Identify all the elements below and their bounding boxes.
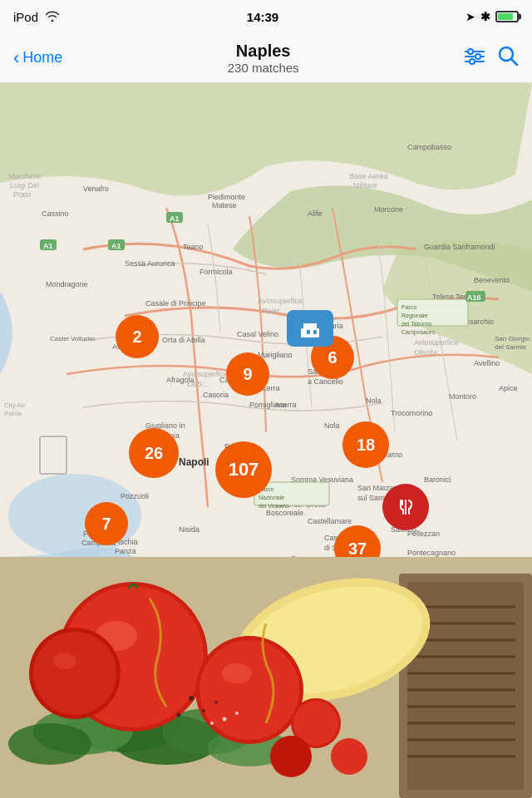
nav-title-block: Naples 230 matches xyxy=(228,42,299,75)
marker-hotel[interactable] xyxy=(287,310,333,347)
svg-text:A1: A1 xyxy=(170,214,180,223)
svg-text:Aviosuperfice: Aviosuperfice xyxy=(258,297,303,305)
svg-text:Castellamare: Castellamare xyxy=(308,517,352,525)
svg-text:Montoro: Montoro xyxy=(449,392,476,401)
marker-2[interactable]: 2 xyxy=(116,315,159,358)
svg-text:Trocomorino: Trocomorino xyxy=(391,409,432,417)
svg-text:Prato: Prato xyxy=(13,190,32,199)
svg-point-147 xyxy=(189,696,194,701)
back-label[interactable]: Home xyxy=(22,49,62,66)
svg-text:Olivola: Olivola xyxy=(414,348,437,357)
svg-text:Matese: Matese xyxy=(212,201,237,209)
svg-text:Alife: Alife xyxy=(308,209,323,218)
svg-text:Parco: Parco xyxy=(401,304,416,310)
status-bar: iPod 14:39 ➤ ✱ xyxy=(0,0,532,33)
svg-text:Benevento: Benevento xyxy=(474,276,510,284)
search-icon[interactable] xyxy=(497,45,519,71)
svg-text:Pontecagnano: Pontecagnano xyxy=(407,549,456,557)
svg-point-153 xyxy=(210,722,214,725)
match-count: 230 matches xyxy=(228,61,299,75)
svg-text:Luigi Del: Luigi Del xyxy=(10,181,39,190)
svg-text:Campobasso: Campobasso xyxy=(407,143,451,151)
svg-text:Mondragone: Mondragone xyxy=(46,280,88,288)
marker-9[interactable]: 9 xyxy=(226,352,269,396)
svg-text:Guardia Sanframondi: Guardia Sanframondi xyxy=(424,243,495,251)
svg-text:Panza: Panza xyxy=(115,547,136,555)
svg-text:Aviosuperfice: Aviosuperfice xyxy=(414,338,459,347)
svg-point-3 xyxy=(468,49,473,54)
svg-text:del Taburno: del Taburno xyxy=(401,321,432,327)
page-title: Naples xyxy=(228,42,299,61)
svg-point-132 xyxy=(8,723,91,765)
marker-restaurant[interactable] xyxy=(382,484,429,530)
svg-text:Nola: Nola xyxy=(366,397,382,405)
svg-text:Regionale: Regionale xyxy=(401,313,428,319)
svg-text:A16: A16 xyxy=(467,293,481,302)
svg-point-4 xyxy=(475,54,480,59)
marker-18[interactable]: 18 xyxy=(342,421,389,468)
svg-text:Morcone: Morcone xyxy=(374,205,403,214)
svg-point-145 xyxy=(270,736,312,777)
svg-text:A1: A1 xyxy=(111,242,121,250)
marker-26[interactable]: 26 xyxy=(129,428,179,478)
svg-point-150 xyxy=(214,701,218,704)
svg-text:Pozzuoli: Pozzuoli xyxy=(121,492,149,500)
svg-point-139 xyxy=(222,663,252,683)
svg-text:Camposauro: Camposauro xyxy=(401,329,435,336)
svg-text:Nisida: Nisida xyxy=(179,525,200,534)
nav-bar: ‹ Home Naples 230 matches xyxy=(0,33,532,83)
svg-text:Piedimonte: Piedimonte xyxy=(208,193,245,201)
filter-icon[interactable] xyxy=(464,47,485,69)
svg-text:del Sannio: del Sannio xyxy=(495,343,526,351)
wifi-icon xyxy=(45,10,60,24)
svg-point-149 xyxy=(177,713,181,717)
map-view[interactable]: Mondragone Castel Volturno Casale di Pri… xyxy=(0,83,532,557)
bluetooth-icon: ✱ xyxy=(480,10,490,23)
svg-point-151 xyxy=(223,717,227,722)
svg-text:Patria: Patria xyxy=(4,410,22,417)
svg-rect-111 xyxy=(313,330,317,334)
svg-text:La S...: La S... xyxy=(187,380,209,388)
food-section[interactable] xyxy=(0,557,532,798)
marker-107[interactable]: 107 xyxy=(215,441,272,498)
svg-text:Orta di Atella: Orta di Atella xyxy=(162,336,205,344)
svg-text:Raier...: Raier... xyxy=(262,307,286,315)
svg-rect-109 xyxy=(303,323,317,330)
svg-text:Avellino: Avellino xyxy=(474,359,500,367)
svg-point-142 xyxy=(53,653,76,669)
svg-text:Boscoreale: Boscoreale xyxy=(266,509,303,517)
svg-text:a Cancello: a Cancello xyxy=(308,377,343,386)
svg-text:Nazionale: Nazionale xyxy=(259,495,284,500)
svg-rect-110 xyxy=(307,330,310,334)
svg-point-148 xyxy=(202,709,205,712)
svg-text:Venafro: Venafro xyxy=(83,185,109,193)
location-icon: ➤ xyxy=(466,10,475,23)
marker-7[interactable]: 7 xyxy=(85,502,128,545)
svg-text:A1: A1 xyxy=(43,242,53,250)
svg-point-5 xyxy=(470,59,475,64)
svg-text:Marchese: Marchese xyxy=(8,172,42,180)
svg-text:Casal Velino: Casal Velino xyxy=(237,330,278,338)
svg-text:City Air: City Air xyxy=(4,401,26,409)
back-button[interactable]: ‹ Home xyxy=(13,47,62,69)
svg-text:Pomigliano: Pomigliano xyxy=(249,401,287,409)
svg-text:Napoli: Napoli xyxy=(179,456,209,468)
svg-text:Militare: Militare xyxy=(353,181,377,190)
svg-point-141 xyxy=(33,632,116,715)
svg-text:Sessa Aurunca: Sessa Aurunca xyxy=(125,259,175,268)
status-time: 14:39 xyxy=(247,10,278,24)
svg-text:San Giorgio: San Giorgio xyxy=(495,335,530,342)
svg-text:Castel Volturno: Castel Volturno xyxy=(50,335,96,342)
svg-text:del Vesuvio: del Vesuvio xyxy=(259,503,288,509)
device-label: iPod xyxy=(13,10,38,24)
svg-point-138 xyxy=(200,640,299,740)
svg-text:Cassino: Cassino xyxy=(42,209,69,218)
svg-text:Apice: Apice xyxy=(499,384,518,392)
svg-text:Teano: Teano xyxy=(183,243,204,251)
svg-text:Baronici: Baronici xyxy=(424,475,451,484)
svg-text:Pellezzan: Pellezzan xyxy=(407,530,440,538)
svg-text:Formicola: Formicola xyxy=(200,268,233,276)
nav-actions xyxy=(464,45,519,71)
svg-text:Nola: Nola xyxy=(324,421,340,430)
svg-point-152 xyxy=(235,712,239,715)
